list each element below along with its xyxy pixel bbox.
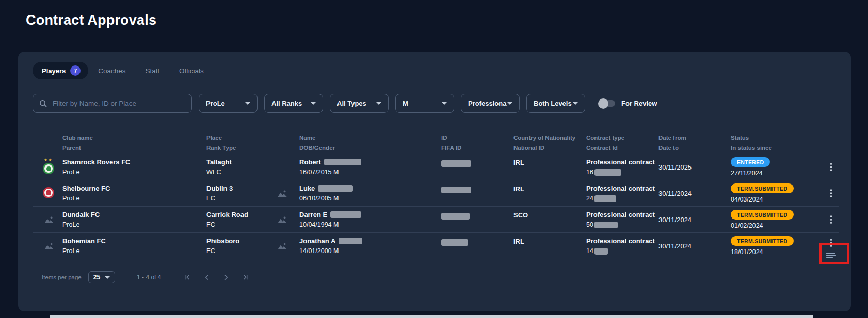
redacted-id <box>441 187 471 193</box>
country-cell: IRL <box>513 185 586 193</box>
chevron-down-icon <box>105 276 110 279</box>
col-header-place: PlaceRank Type <box>206 133 274 153</box>
image-placeholder-icon <box>277 241 288 251</box>
id-cell <box>441 160 513 169</box>
status-cell: TERM.SUBMITTED 04/03/2024 <box>731 183 824 203</box>
contract-type: Professional contract <box>586 158 658 166</box>
chevron-down-icon <box>311 102 316 105</box>
search-box[interactable] <box>33 94 192 113</box>
dob-gender: 10/04/1994 M <box>299 221 441 228</box>
filter-dropdown-levels[interactable]: Both Levels <box>526 94 585 113</box>
filter-dropdown-league[interactable]: ProLe <box>199 94 258 113</box>
col-header-country: Country of NationalityNational ID <box>513 133 586 153</box>
bottom-edge-strip <box>50 315 813 318</box>
for-review-toggle[interactable] <box>600 100 615 107</box>
tab-staff[interactable]: Staff <box>136 63 170 79</box>
players-count-badge: 7 <box>70 65 81 76</box>
chevron-down-icon <box>376 102 381 105</box>
toggle-knob <box>598 98 608 109</box>
pagination-controls <box>184 273 249 281</box>
contract-cell: Professional contract 14 <box>586 237 658 255</box>
redacted-name <box>330 211 361 218</box>
redacted-contract-id <box>594 222 618 228</box>
dob-gender: 06/10/2005 M <box>299 195 441 202</box>
club-cell: Shelbourne FC ProLe <box>62 185 206 202</box>
col-header-contract: Contract typeContract Id <box>586 133 658 153</box>
last-page-icon[interactable] <box>241 273 249 281</box>
table-footer: Items per page 25 1 - 4 of 4 <box>42 270 249 284</box>
photo-cell <box>274 241 299 251</box>
for-review-label: For Review <box>621 99 657 107</box>
photo-cell <box>274 162 299 172</box>
place-cell: Phibsboro FC <box>206 237 274 255</box>
filter-dropdown-ranks[interactable]: All Ranks <box>264 94 323 113</box>
table-header: Club nameParent PlaceRank Type NameDOB/G… <box>33 133 839 153</box>
contract-id-prefix: 16 <box>586 169 593 176</box>
shelbourne-crest-icon <box>42 185 57 202</box>
search-input[interactable] <box>52 99 185 108</box>
in-status-since: 04/03/2024 <box>731 196 824 203</box>
table-row[interactable]: Dundalk FC ProLe Carrick Road FC Darren … <box>33 206 839 232</box>
status-cell: ENTERED 27/11/2024 <box>731 157 824 177</box>
tab-coaches[interactable]: Coaches <box>88 63 135 79</box>
club-cell: Bohemian FC ProLe <box>62 237 206 255</box>
filter-dropdown-types[interactable]: All Types <box>330 94 389 113</box>
photo-cell <box>274 189 299 198</box>
country-of-nationality: SCO <box>513 211 586 219</box>
table-row[interactable]: Bohemian FC ProLe Phibsboro FC Jonathan … <box>33 232 839 259</box>
row-actions <box>824 180 839 206</box>
country-of-nationality: IRL <box>513 159 586 166</box>
place: Tallaght <box>206 158 274 166</box>
in-status-since: 01/02/2024 <box>731 222 824 229</box>
previous-page-icon[interactable] <box>203 273 211 281</box>
place: Dublin 3 <box>206 185 274 192</box>
notes-icon[interactable] <box>825 252 837 259</box>
redacted-contract-id <box>594 248 608 255</box>
id-cell <box>441 239 513 248</box>
status-badge: TERM.SUBMITTED <box>731 183 794 193</box>
table-row[interactable]: ★★ Shamrock Rovers FC ProLe Tallaght WFC… <box>33 154 839 180</box>
redacted-contract-id <box>594 169 621 176</box>
chevron-down-icon <box>507 102 512 105</box>
place: Carrick Road <box>206 211 274 219</box>
row-actions <box>824 233 839 259</box>
status-badge: TERM.SUBMITTED <box>731 236 794 246</box>
col-header-club: Club nameParent <box>62 133 206 153</box>
next-page-icon[interactable] <box>222 273 230 281</box>
date-from-cell: 30/11/2024 <box>658 216 731 224</box>
redacted-id <box>441 213 470 220</box>
kebab-menu-icon[interactable] <box>827 214 835 225</box>
image-placeholder-icon <box>277 189 288 198</box>
contract-cell: Professional contract 50 <box>586 211 658 228</box>
items-per-page-select[interactable]: 25 <box>88 271 115 283</box>
club-crest-cell <box>33 241 62 251</box>
club-parent: ProLe <box>62 247 206 255</box>
rank-type: FC <box>206 247 274 255</box>
tab-players[interactable]: Players 7 <box>33 62 88 79</box>
club-name: Bohemian FC <box>62 237 206 245</box>
date-from-cell: 30/11/2024 <box>658 190 731 197</box>
redacted-id <box>441 239 468 246</box>
place-cell: Tallaght WFC <box>206 158 274 176</box>
page-title: Contract Approvals <box>26 12 156 28</box>
kebab-menu-icon[interactable] <box>827 162 835 172</box>
redacted-contract-id <box>594 195 616 202</box>
id-cell <box>441 212 513 222</box>
contract-id-prefix: 50 <box>586 221 593 228</box>
club-name: Dundalk FC <box>62 211 206 219</box>
tab-officials[interactable]: Officials <box>169 63 214 79</box>
filter-dropdown-contract-type[interactable]: Professiona... <box>461 94 520 113</box>
kebab-menu-icon[interactable] <box>827 238 835 248</box>
image-placeholder-icon <box>43 215 55 225</box>
contract-cell: Professional contract 16 <box>586 158 658 176</box>
first-page-icon[interactable] <box>184 273 192 281</box>
place: Phibsboro <box>206 237 274 245</box>
filter-dropdown-gender[interactable]: M <box>395 94 454 113</box>
club-crest-cell: ★★ <box>33 158 62 176</box>
redacted-name <box>318 185 353 192</box>
kebab-menu-icon[interactable] <box>827 188 835 198</box>
name-cell: Luke 06/10/2005 M <box>299 185 441 202</box>
for-review-toggle-group: For Review <box>600 99 657 107</box>
table-row[interactable]: Shelbourne FC ProLe Dublin 3 FC Luke 06/… <box>33 180 839 206</box>
col-header-id: IDFIFA ID <box>441 133 513 153</box>
